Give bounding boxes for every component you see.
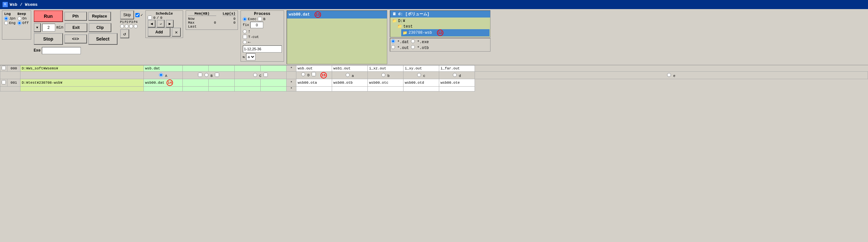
proc-radio2[interactable]	[243, 30, 247, 33]
row001-path: D:¥test¥230708-wsb¥	[21, 79, 144, 87]
row001-checkbox[interactable]	[2, 80, 6, 84]
add-button[interactable]: Add	[148, 28, 170, 37]
skip-checkbox-label[interactable]: ✓	[135, 13, 143, 18]
arrow-select[interactable]: a	[246, 53, 255, 60]
ctrl-row-3: Stop <=> Select	[34, 33, 118, 45]
lng-eng-input[interactable]	[4, 21, 8, 25]
mem-title: Mem(KB)	[188, 12, 216, 16]
skip-checkbox[interactable]	[135, 13, 140, 17]
abcd-b-check2[interactable]	[215, 73, 219, 77]
row000-out2: wsb1.out	[332, 66, 368, 72]
min-label: min	[57, 25, 64, 30]
lap-title: Lap(s)	[223, 12, 236, 16]
drive-pane: 🖥 d: [ボリューム] 📁 D:¥ 📁 test 📁 230708-wsb	[390, 10, 491, 37]
filter-otb-label[interactable]: *.otb	[411, 45, 429, 50]
abcd-rd-radio[interactable]	[453, 73, 457, 77]
filter-exe-radio[interactable]	[411, 39, 415, 43]
mem-last-label: Last	[188, 25, 196, 29]
circle-15: 15	[320, 72, 327, 78]
p4-radio[interactable]	[134, 24, 137, 28]
proc-tcut-checkbox[interactable]	[243, 35, 247, 39]
min-input[interactable]: 2	[42, 24, 55, 31]
skip-button[interactable]: Skip	[120, 10, 134, 20]
tree-item-test[interactable]: 📁 test	[396, 24, 490, 29]
abcd-rc-radio[interactable]	[417, 73, 421, 77]
row001-out1: wsb00.ota	[297, 79, 332, 87]
beep-on-input[interactable]	[18, 16, 22, 21]
proc-fix-input[interactable]	[250, 22, 263, 28]
mem-last-val	[203, 25, 216, 29]
refresh-button[interactable]: ↺	[120, 29, 129, 38]
p3-radio[interactable]	[129, 24, 133, 28]
delete-button[interactable]: ✕	[172, 28, 181, 37]
beep-label: Beep	[18, 12, 29, 16]
tree-item-230708[interactable]: 📁 230708-wsb 12	[401, 29, 490, 36]
abcd-d-check[interactable]	[312, 72, 316, 76]
proc-b-checkbox[interactable]	[258, 17, 262, 21]
dropdown-arrow[interactable]: ▼	[34, 23, 41, 32]
select-button[interactable]: Select	[88, 33, 118, 45]
abcd-ra2-radio[interactable]	[346, 73, 350, 77]
drive-area: 🖥 d: [ボリューム] 📁 D:¥ 📁 test 📁 230708-wsb	[390, 10, 491, 51]
pth-button[interactable]: Pth	[64, 12, 87, 21]
nav-right-button[interactable]: ▶	[166, 20, 174, 28]
beep-on-label: On	[22, 16, 27, 21]
beep-off-radio[interactable]: Off	[18, 21, 29, 25]
stop-button[interactable]: Stop	[34, 33, 63, 45]
abcd-a-radio[interactable]	[159, 73, 163, 77]
p1-radio[interactable]	[120, 24, 124, 28]
nav-left-button[interactable]: ◀	[148, 20, 155, 28]
filter-otb-radio[interactable]	[411, 45, 415, 49]
filter-out-text: *.out	[397, 46, 409, 50]
beep-on-radio[interactable]: On	[18, 16, 29, 21]
nav-step-button[interactable]: ↵	[157, 20, 164, 28]
abcd-rb-cell: a	[332, 72, 368, 79]
abcd-empty2	[21, 72, 144, 79]
abcd-rf-cell: e	[475, 72, 868, 79]
tree-label-230708: 230708-wsb	[409, 31, 432, 35]
p2-radio[interactable]	[125, 24, 128, 28]
p4-label: P4	[134, 21, 137, 24]
filter-dat-radio[interactable]	[391, 39, 395, 43]
abcd-rb-radio[interactable]	[381, 73, 385, 77]
filter-out-radio[interactable]	[391, 45, 395, 49]
file-pane-content	[287, 19, 387, 64]
beep-off-input[interactable]	[18, 21, 22, 25]
abcd-re-radio[interactable]	[667, 73, 671, 77]
tree-item-d[interactable]: 📁 D:¥	[391, 18, 490, 24]
row000-path: D:¥Ws_soft¥Wsems¥	[21, 66, 144, 72]
replace-button[interactable]: Replace	[88, 12, 111, 21]
lng-eng-label: Eng	[9, 21, 16, 25]
row000-out4: i_xy.out	[403, 66, 439, 72]
proc-exec-radio[interactable]	[243, 17, 247, 21]
exit-button[interactable]: Exit	[65, 23, 87, 32]
lng-eng-radio[interactable]: Eng	[4, 21, 16, 25]
abcd-c-check[interactable]	[264, 73, 268, 77]
sched-val1: 0	[153, 16, 155, 20]
lng-jpn-radio[interactable]: Jpn	[4, 16, 16, 21]
abcd-ra-radio[interactable]	[301, 72, 305, 76]
lap-last-val: 0	[223, 21, 236, 25]
table-row-empty: *	[0, 87, 868, 92]
range-input[interactable]: 1-12,25-36	[243, 45, 282, 53]
clip-button[interactable]: Clip	[89, 23, 111, 32]
filter-dat-label[interactable]: *.dat	[391, 39, 409, 44]
exe-input[interactable]: Wsb.exe	[42, 47, 81, 54]
schedule-checkbox[interactable]	[148, 15, 152, 20]
proc-radio3[interactable]	[243, 40, 247, 44]
filter-out-label[interactable]: *.out	[391, 45, 409, 50]
filter-exe-label[interactable]: *.exe	[411, 39, 429, 44]
run-button[interactable]: Run	[34, 10, 63, 22]
lng-jpn-input[interactable]	[4, 16, 8, 21]
lng-label: Lng	[4, 12, 16, 16]
arrow-eq-button[interactable]: <=>	[64, 34, 87, 43]
lng-beep-box: Lng Jpn Eng Beep On Off	[2, 10, 31, 40]
skip-check-text: ✓	[141, 13, 143, 18]
exe-row: Exe Wsb.exe	[34, 47, 118, 54]
abcd-b-radio[interactable]	[205, 73, 208, 77]
proc-radio3-row: ←	[243, 40, 282, 45]
row000-checkbox[interactable]	[2, 66, 6, 70]
abcd-c-radio[interactable]	[253, 73, 257, 77]
abcd-b-check[interactable]	[198, 73, 202, 77]
file-pane-left: wsb00.dat 13	[287, 10, 387, 64]
